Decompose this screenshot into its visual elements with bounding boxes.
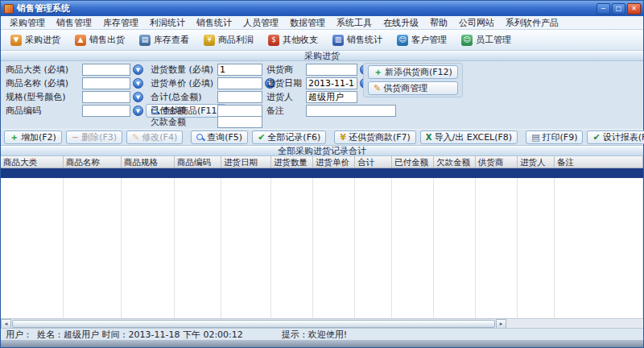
menu-products[interactable]: 系列软件产品 <box>500 16 564 30</box>
grid-column <box>313 178 355 318</box>
close-button[interactable]: ✕ <box>627 3 641 14</box>
col-owed[interactable]: 欠款金额 <box>434 156 476 168</box>
add-button[interactable]: ＋ 增加(F2) <box>4 130 62 144</box>
toolbar-sales-out[interactable]: 销售出货 <box>69 31 130 48</box>
toolbar-other-expense[interactable]: 其他收支 <box>262 31 324 48</box>
menu-online-upgrade[interactable]: 在线升级 <box>378 16 424 30</box>
chevron-down-icon[interactable]: ▼ <box>133 64 143 75</box>
window-bottom-edge <box>1 340 643 347</box>
qty-input[interactable] <box>217 64 262 76</box>
grid-column <box>175 178 221 318</box>
purchase-in-icon <box>10 35 22 46</box>
toolbar-purchase-in[interactable]: 采购进货 <box>5 31 66 48</box>
field-qty: 进货数量 (必填) <box>151 64 262 76</box>
col-name[interactable]: 商品名称 <box>64 156 122 168</box>
add-supplier-button[interactable]: ＋ 新添供货商(F12) <box>368 65 458 79</box>
col-paid[interactable]: 已付金额 <box>392 156 434 168</box>
menu-data[interactable]: 数据管理 <box>284 16 331 30</box>
menu-help[interactable]: 帮助 <box>424 16 453 30</box>
menu-profit[interactable]: 利润统计 <box>144 16 191 30</box>
qty-label: 进货数量 (必填) <box>151 64 215 76</box>
code-combo[interactable] <box>82 105 130 117</box>
col-date[interactable]: 进货日期 <box>221 156 271 168</box>
date-label: 进货日期 <box>266 77 303 89</box>
total-input[interactable] <box>217 91 262 103</box>
chevron-down-icon[interactable]: ▼ <box>133 92 143 102</box>
field-paid: 已付金额 <box>151 105 262 117</box>
col-code[interactable]: 商品编码 <box>175 156 221 168</box>
price-label: 进货单价 (必填) <box>151 77 215 89</box>
manage-supplier-button[interactable]: ✎ 供货商管理 <box>368 81 458 95</box>
col-note[interactable]: 备注 <box>555 156 643 168</box>
print-button[interactable]: ▤ 打印(F9) <box>526 130 583 144</box>
buyer-label: 进货人 <box>266 91 303 103</box>
inventory-icon <box>139 35 151 46</box>
col-total[interactable]: 合计 <box>355 156 392 168</box>
expense-icon <box>268 35 279 46</box>
paid-label: 已付金额 <box>151 105 215 117</box>
paid-input[interactable] <box>217 105 262 117</box>
grid-column <box>122 178 175 318</box>
menu-inventory[interactable]: 库存管理 <box>97 16 144 30</box>
menu-personnel[interactable]: 人员管理 <box>237 16 284 30</box>
edit-button[interactable]: ✎ 修改(F4) <box>126 130 183 144</box>
col-price[interactable]: 进货单价 <box>313 156 355 168</box>
col-qty[interactable]: 进货数量 <box>271 156 313 168</box>
grid-column <box>221 178 271 318</box>
field-price: 进货单价 (必填) ▼ <box>151 77 275 89</box>
employee-icon <box>461 35 473 46</box>
note-input[interactable] <box>306 105 396 117</box>
toolbar-sales-stats[interactable]: 销售统计 <box>327 31 388 48</box>
actions-row: ＋ 增加(F2) − 删除(F3) ✎ 修改(F4) 查询(F5) ✔ 全部记录… <box>1 129 643 146</box>
excel-label: 导入/出 EXCEL(F8) <box>435 131 513 143</box>
minimize-button[interactable]: ─ <box>597 3 610 14</box>
field-note: 备注 <box>266 105 396 117</box>
name-combo[interactable] <box>82 77 130 89</box>
design-report-button[interactable]: ✔ 设计报表(F10) <box>587 130 644 144</box>
toolbar-product-profit[interactable]: 商品利润 <box>198 31 259 48</box>
col-category[interactable]: 商品大类 <box>1 156 64 168</box>
scroll-thumb[interactable] <box>12 320 495 328</box>
owed-input[interactable] <box>217 116 262 128</box>
toolbar-inventory-view[interactable]: 库存查看 <box>134 31 195 48</box>
buyer-input[interactable] <box>306 91 357 103</box>
all-records-button[interactable]: ✔ 全部记录(F6) <box>252 130 326 144</box>
maximize-button[interactable]: □ <box>612 3 625 14</box>
scroll-left-icon[interactable]: ◂ <box>1 319 11 329</box>
table-row-selected[interactable] <box>1 168 643 178</box>
profit-icon <box>204 35 215 46</box>
menu-sales[interactable]: 销售管理 <box>51 16 97 30</box>
grid-column <box>555 178 643 318</box>
menu-sales-stats[interactable]: 销售统计 <box>191 16 237 30</box>
chevron-down-icon[interactable]: ▼ <box>133 78 143 89</box>
menu-purchase[interactable]: 采购管理 <box>4 16 51 30</box>
menu-system-tools[interactable]: 系统工具 <box>331 16 378 30</box>
col-spec[interactable]: 商品规格 <box>122 156 175 168</box>
query-button[interactable]: 查询(F5) <box>191 130 248 144</box>
design-report-label: 设计报表(F10) <box>603 131 644 143</box>
table-body[interactable] <box>1 178 643 318</box>
toolbar-customer-mgmt[interactable]: 客户管理 <box>391 31 452 48</box>
edit-label: 修改(F4) <box>142 131 177 143</box>
category-combo[interactable] <box>82 64 130 76</box>
supplier-combo[interactable] <box>306 64 357 76</box>
excel-button[interactable]: X 导入/出 EXCEL(F8) <box>420 130 518 144</box>
price-input[interactable] <box>217 77 262 89</box>
repay-supplier-button[interactable]: ¥ 还供货商款(F7) <box>334 130 416 144</box>
customer-icon <box>397 35 408 46</box>
chevron-down-icon[interactable]: ▼ <box>133 106 143 116</box>
toolbar-employee-mgmt[interactable]: 员工管理 <box>456 31 517 48</box>
horizontal-scrollbar[interactable]: ◂ ▸ <box>1 318 643 328</box>
spec-combo[interactable] <box>82 91 130 103</box>
printer-icon: ▤ <box>531 133 539 142</box>
table-header: 商品大类 商品名称 商品规格 商品编码 进货日期 进货数量 进货单价 合计 已付… <box>1 156 643 168</box>
supplier-panel: ＋ 新添供货商(F12) ✎ 供货商管理 <box>363 63 463 97</box>
menu-company-site[interactable]: 公司网站 <box>453 16 500 30</box>
titlebar[interactable]: 销售管理系统 ─ □ ✕ <box>1 1 643 16</box>
date-input[interactable] <box>306 77 357 89</box>
excel-icon: X <box>426 134 432 142</box>
col-buyer[interactable]: 进货人 <box>518 156 555 168</box>
delete-button[interactable]: − 删除(F3) <box>66 130 122 144</box>
scroll-right-icon[interactable]: ▸ <box>496 319 506 329</box>
col-supplier[interactable]: 供货商 <box>476 156 518 168</box>
